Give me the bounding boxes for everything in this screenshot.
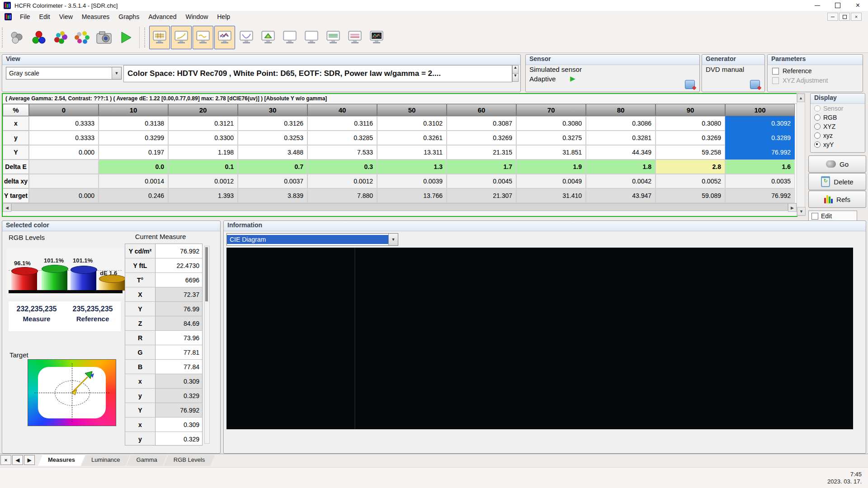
cell-y-target-10[interactable]: 0.246 (99, 188, 168, 203)
cm-value[interactable]: 76.992 (156, 403, 202, 417)
radio-icon[interactable] (814, 141, 821, 148)
cell-delta-xy-60[interactable]: 0.0045 (447, 174, 516, 188)
cell-y-0[interactable]: 0.3333 (29, 131, 99, 145)
current-measure-scrollbar[interactable] (204, 246, 210, 444)
cell-x-10[interactable]: 0.3138 (99, 116, 168, 131)
edit-checkbox[interactable]: Edit (808, 211, 857, 221)
information-view-select[interactable]: CIE Diagram ▼ (226, 233, 398, 246)
cell-delta-e-40[interactable]: 0.3 (307, 160, 377, 174)
display-option-xyy[interactable]: xyY (811, 140, 865, 149)
cell-x-20[interactable]: 0.3121 (168, 116, 238, 131)
cell-y-target-40[interactable]: 7.880 (307, 188, 377, 203)
cm-value[interactable]: 77.84 (156, 360, 202, 374)
close-button[interactable]: × (848, 0, 868, 11)
scroll-up-icon[interactable]: ▲ (797, 94, 805, 102)
cell-delta-e-70[interactable]: 1.9 (516, 160, 586, 174)
view-mode-select[interactable]: Gray scale ▼ (6, 67, 122, 80)
scroll-down-icon[interactable]: ▼ (797, 207, 806, 216)
radio-icon[interactable] (814, 114, 821, 121)
cell-x-70[interactable]: 0.3080 (516, 116, 586, 131)
display-option-rgb[interactable]: RGB (811, 113, 865, 122)
column-header-80[interactable]: 80 (586, 104, 656, 116)
display-option-xyz[interactable]: xyz (811, 131, 865, 140)
measures-hscrollbar[interactable]: ◀ ▶ (3, 203, 797, 211)
parameter-reference[interactable]: Reference (768, 65, 863, 75)
scroll-right-icon[interactable]: ▶ (788, 203, 797, 212)
refs-button[interactable]: Refs (808, 191, 866, 208)
cell-y-100[interactable]: 76.992 (725, 145, 795, 160)
cm-scroll-thumb[interactable] (205, 247, 208, 301)
sensor-run-icon[interactable]: ▶ (570, 75, 576, 83)
delete-button[interactable]: ↻ Delete (808, 173, 866, 190)
cell-y-target-100[interactable]: 76.992 (725, 188, 795, 203)
menu-edit[interactable]: Edit (35, 11, 55, 22)
generator-config-icon[interactable] (750, 80, 760, 89)
rgb-levels-view-button[interactable] (193, 26, 213, 49)
menu-measures[interactable]: Measures (77, 11, 114, 22)
column-header-50[interactable]: 50 (377, 104, 447, 116)
column-header-0[interactable]: 0 (29, 104, 99, 116)
cell-delta-e-100[interactable]: 1.6 (725, 160, 795, 174)
run-icon[interactable] (115, 25, 137, 50)
cell-y-target-90[interactable]: 59.089 (656, 188, 725, 203)
cell-delta-xy-80[interactable]: 0.0042 (586, 174, 656, 188)
cell-y-40[interactable]: 0.3285 (307, 131, 377, 145)
cell-delta-xy-0[interactable] (29, 174, 99, 188)
cell-y-70[interactable]: 0.3275 (516, 131, 586, 145)
go-button[interactable]: Go (808, 155, 866, 173)
radio-icon[interactable] (814, 132, 821, 139)
column-header-40[interactable]: 40 (307, 104, 377, 116)
cell-x-0[interactable]: 0.3333 (29, 116, 99, 131)
cm-value[interactable]: 22.4730 (156, 258, 202, 272)
scroll-left-icon[interactable]: ◀ (3, 203, 11, 212)
cell-y-20[interactable]: 0.3300 (168, 131, 238, 145)
taskbar-clock[interactable]: 7:45 2023. 03. 17. (827, 471, 862, 485)
cell-delta-e-50[interactable]: 1.3 (377, 160, 447, 174)
primaries-measure-icon[interactable] (50, 25, 71, 50)
cell-y-target-20[interactable]: 1.393 (168, 188, 238, 203)
cm-value[interactable]: 72.37 (156, 287, 202, 301)
measures-table-view-button[interactable] (149, 26, 170, 49)
cell-y-40[interactable]: 7.533 (307, 145, 377, 160)
tab-rgb-levels[interactable]: RGB Levels (164, 455, 215, 466)
cm-value[interactable]: 84.69 (156, 316, 202, 330)
cell-delta-xy-50[interactable]: 0.0039 (377, 174, 447, 188)
tab-measures[interactable]: Measures (38, 455, 85, 466)
cell-delta-xy-30[interactable]: 0.0037 (238, 174, 307, 188)
cm-value[interactable]: 0.329 (156, 389, 202, 403)
column-header-70[interactable]: 70 (516, 104, 586, 116)
close-tab-icon[interactable]: × (0, 455, 11, 465)
column-header-100[interactable]: 100 (725, 104, 795, 116)
cm-value[interactable]: 77.81 (156, 345, 202, 359)
cell-x-90[interactable]: 0.3080 (656, 116, 725, 131)
free-measure-icon[interactable] (6, 25, 28, 50)
tab-luminance[interactable]: Luminance (81, 455, 130, 466)
menu-window[interactable]: Window (181, 11, 212, 22)
cell-y-50[interactable]: 0.3261 (377, 131, 447, 145)
monitor-view-1-button[interactable] (279, 26, 300, 49)
cell-delta-xy-10[interactable]: 0.0014 (99, 174, 168, 188)
column-header-90[interactable]: 90 (656, 104, 725, 116)
cell-delta-xy-20[interactable]: 0.0012 (168, 174, 238, 188)
menu-view[interactable]: View (55, 11, 77, 22)
colorspace-spinner[interactable]: ▲ ▼ (512, 65, 519, 81)
cell-x-40[interactable]: 0.3116 (307, 116, 377, 131)
checkbox-icon[interactable] (772, 68, 779, 75)
cell-y-target-80[interactable]: 43.947 (586, 188, 656, 203)
cell-x-80[interactable]: 0.3086 (586, 116, 656, 131)
capture-icon[interactable] (93, 25, 115, 50)
cell-y-80[interactable]: 44.349 (586, 145, 656, 160)
cell-y-10[interactable]: 0.3299 (99, 131, 168, 145)
cell-y-60[interactable]: 0.3269 (447, 131, 516, 145)
spin-down-icon[interactable]: ▼ (512, 74, 519, 82)
display-option-xyz[interactable]: XYZ (811, 122, 865, 131)
cell-y-target-0[interactable]: 0.000 (29, 188, 99, 203)
cie-view-button[interactable] (258, 26, 278, 49)
cell-delta-e-20[interactable]: 0.1 (168, 160, 238, 174)
cell-x-60[interactable]: 0.3087 (447, 116, 516, 131)
cell-delta-e-60[interactable]: 1.7 (447, 160, 516, 174)
cell-delta-xy-90[interactable]: 0.0052 (656, 174, 725, 188)
minimize-button[interactable] (807, 0, 827, 11)
cell-delta-e-80[interactable]: 1.8 (586, 160, 656, 174)
cell-y-target-50[interactable]: 13.766 (377, 188, 447, 203)
